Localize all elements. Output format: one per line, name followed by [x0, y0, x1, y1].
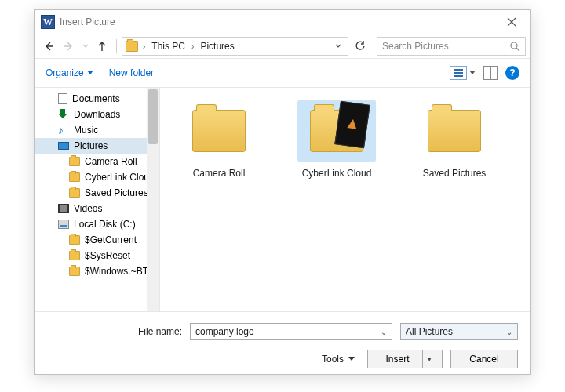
search-input[interactable]: Search Pictures [377, 37, 526, 56]
cancel-label: Cancel [469, 354, 498, 365]
folder-icon [126, 41, 138, 52]
search-icon [510, 42, 520, 52]
insert-picture-dialog: W Insert Picture › This PC › Pictures [34, 9, 531, 375]
tools-label: Tools [322, 354, 344, 365]
tree-item-pictures[interactable]: Pictures [35, 138, 159, 154]
chevron-down-icon [335, 43, 341, 49]
nav-forward-button[interactable] [60, 37, 78, 56]
address-dropdown[interactable] [332, 43, 344, 49]
chevron-right-icon: › [141, 42, 147, 51]
chevron-down-icon [348, 357, 355, 361]
disk-icon [58, 220, 69, 229]
svg-point-0 [511, 42, 517, 49]
insert-dropdown[interactable]: ▾ [423, 355, 437, 363]
nav-recent-dropdown[interactable] [80, 37, 91, 56]
nav-bar: › This PC › Pictures Search Pictures [35, 34, 530, 59]
refresh-icon [355, 41, 366, 52]
nav-back-button[interactable] [39, 37, 58, 56]
filter-value: All Pictures [406, 326, 506, 337]
preview-pane-button[interactable] [483, 66, 498, 80]
insert-label: Insert [373, 350, 422, 368]
organize-label: Organize [46, 67, 84, 78]
tree-item-camera-roll[interactable]: Camera Roll [35, 154, 159, 169]
tree-item-sysreset[interactable]: $SysReset [35, 248, 159, 263]
help-button[interactable]: ? [505, 66, 519, 80]
cancel-button[interactable]: Cancel [450, 350, 518, 368]
music-icon: ♪ [58, 125, 69, 136]
arrow-right-icon [64, 41, 75, 52]
dialog-title: Insert Picture [60, 16, 496, 27]
tree-scrollbar[interactable] [147, 88, 159, 311]
folder-icon [69, 267, 80, 276]
toolbar-right: ? [450, 66, 519, 80]
view-mode-button[interactable] [450, 66, 476, 80]
folder-item-cyberlink[interactable]: CyberLink Cloud [293, 100, 380, 179]
chevron-right-icon: › [190, 42, 195, 51]
search-placeholder: Search Pictures [382, 41, 510, 52]
item-label: Camera Roll [193, 168, 246, 179]
arrow-up-icon [97, 41, 108, 52]
new-folder-button[interactable]: New folder [109, 67, 154, 78]
file-type-filter[interactable]: All Pictures ⌄ [400, 323, 518, 340]
dialog-footer: File name: company logo ⌄ All Pictures ⌄… [35, 311, 530, 379]
tree-item-local-disk[interactable]: Local Disk (C:) [35, 216, 159, 232]
chevron-down-icon [87, 71, 93, 75]
folder-icon [428, 110, 481, 152]
folder-icon [69, 251, 80, 260]
chevron-down-icon [469, 71, 476, 75]
filename-value: company logo [195, 326, 381, 337]
tree-item-downloads[interactable]: Downloads [35, 107, 159, 122]
tree-item-music[interactable]: ♪Music [35, 122, 159, 138]
tree-item-cyberlink[interactable]: CyberLink Cloud [35, 169, 159, 185]
filename-label: File name: [47, 326, 182, 337]
close-button[interactable] [496, 11, 527, 33]
videos-icon [58, 204, 69, 213]
folder-icon [310, 110, 363, 152]
address-bar[interactable]: › This PC › Pictures [122, 37, 348, 56]
scrollbar-thumb[interactable] [148, 89, 158, 144]
tree-item-getcurrent[interactable]: $GetCurrent [35, 232, 159, 248]
arrow-left-icon [43, 41, 54, 52]
breadcrumb-current[interactable]: Pictures [199, 41, 235, 52]
folder-icon [69, 172, 80, 182]
item-label: CyberLink Cloud [302, 168, 372, 179]
word-app-icon: W [41, 15, 55, 29]
folder-icon [69, 235, 80, 245]
new-folder-label: New folder [109, 67, 154, 78]
folder-icon [69, 188, 80, 198]
document-icon [58, 93, 67, 104]
pictures-icon [58, 142, 69, 150]
download-icon [58, 109, 69, 120]
breadcrumb-root[interactable]: This PC [150, 41, 187, 52]
dialog-body: Documents Downloads ♪Music Pictures Came… [35, 87, 530, 311]
folder-tree[interactable]: Documents Downloads ♪Music Pictures Came… [35, 88, 160, 311]
tree-item-saved-pictures[interactable]: Saved Pictures [35, 185, 159, 201]
organize-menu[interactable]: Organize [46, 67, 93, 78]
folder-icon [69, 157, 80, 166]
chevron-down-icon [82, 43, 89, 49]
chevron-down-icon[interactable]: ⌄ [381, 328, 387, 336]
close-icon [507, 17, 516, 27]
tree-item-documents[interactable]: Documents [35, 91, 159, 107]
folder-item-camera-roll[interactable]: Camera Roll [176, 100, 262, 179]
file-pane[interactable]: Camera Roll CyberLink Cloud Saved Pictur… [160, 88, 530, 311]
folder-preview-thumb [334, 101, 370, 149]
separator [116, 39, 117, 53]
tree-item-videos[interactable]: Videos [35, 201, 159, 216]
folder-icon [192, 110, 246, 152]
nav-up-button[interactable] [93, 37, 111, 56]
refresh-button[interactable] [350, 37, 370, 56]
folder-item-saved-pictures[interactable]: Saved Pictures [411, 100, 498, 179]
titlebar: W Insert Picture [35, 10, 530, 34]
tools-menu[interactable]: Tools [322, 354, 359, 365]
item-label: Saved Pictures [423, 168, 487, 179]
filename-input[interactable]: company logo ⌄ [190, 323, 392, 340]
chevron-down-icon[interactable]: ⌄ [506, 328, 512, 336]
toolbar: Organize New folder ? [35, 59, 530, 87]
list-view-icon [450, 66, 467, 80]
insert-button[interactable]: Insert ▾ [367, 350, 443, 368]
tree-item-windowsbt[interactable]: $Windows.~BT [35, 263, 159, 279]
